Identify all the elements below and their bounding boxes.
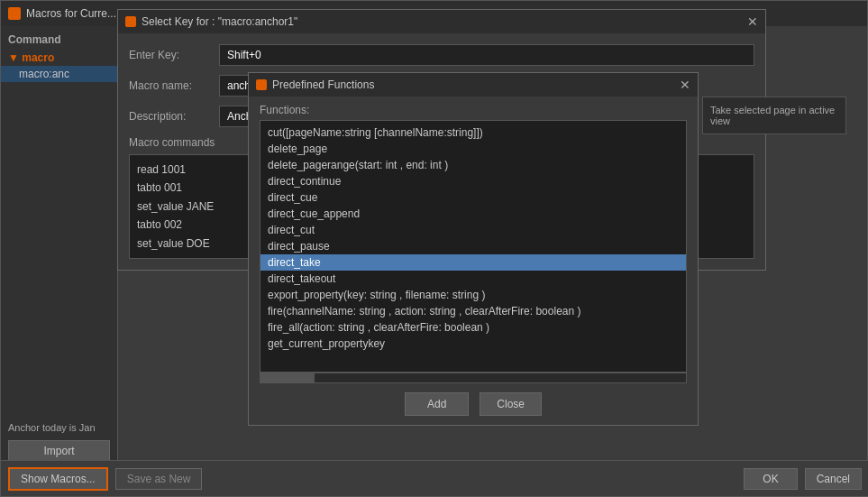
scrollbar-h-thumb xyxy=(260,373,315,382)
enter-key-label: Enter Key: xyxy=(129,49,219,61)
description-text: Take selected page in active view xyxy=(710,105,835,126)
functions-label: Functions: xyxy=(249,97,698,120)
function-item-13[interactable]: get_current_propertykey xyxy=(260,336,686,352)
sidebar-item-macro-anc[interactable]: macro:anc xyxy=(1,66,117,82)
sidebar-group-macro[interactable]: ▼ macro xyxy=(1,50,117,66)
function-item-2[interactable]: delete_pagerange(start: int , end: int ) xyxy=(260,157,686,173)
function-item-4[interactable]: direct_cue xyxy=(260,189,686,206)
sidebar-label: Command xyxy=(1,30,117,50)
macro-name-label: Macro name: xyxy=(129,79,219,92)
select-key-title: Select Key for : "macro:anchor1" xyxy=(142,15,297,28)
predefined-title: Predefined Functions xyxy=(272,78,374,91)
select-key-titlebar: Select Key for : "macro:anchor1" ✕ xyxy=(118,10,765,33)
functions-list-container: cut([pageName:string [channelName:string… xyxy=(260,120,687,373)
function-item-0[interactable]: cut([pageName:string [channelName:string… xyxy=(260,124,686,141)
save-new-button[interactable]: Save as New xyxy=(115,468,203,490)
main-title: Macros for Curre... xyxy=(26,7,116,20)
predefined-close-button[interactable]: ✕ xyxy=(680,78,690,91)
function-item-8[interactable]: direct_take xyxy=(260,254,686,271)
select-key-close-button[interactable]: ✕ xyxy=(747,15,758,28)
enter-key-row: Enter Key: xyxy=(129,44,754,66)
function-item-1[interactable]: delete_page xyxy=(260,141,686,157)
sidebar: Command ▼ macro macro:anc Anchor today i… xyxy=(1,26,118,496)
ok-button[interactable]: OK xyxy=(744,468,797,490)
function-item-5[interactable]: direct_cue_append xyxy=(260,206,686,222)
add-button[interactable]: Add xyxy=(405,392,469,416)
function-item-9[interactable]: direct_takeout xyxy=(260,271,686,287)
import-button[interactable]: Import xyxy=(8,440,110,462)
functions-list: cut([pageName:string [channelName:string… xyxy=(260,121,686,372)
predefined-title-icon xyxy=(256,79,267,90)
main-title-icon xyxy=(8,7,21,20)
enter-key-input[interactable] xyxy=(219,44,754,66)
select-key-title-icon xyxy=(125,16,136,27)
function-item-6[interactable]: direct_cut xyxy=(260,222,686,238)
function-item-12[interactable]: fire_all(action: string , clearAfterFire… xyxy=(260,319,686,336)
description-panel: Take selected page in active view xyxy=(702,97,846,134)
predefined-buttons: Add Close xyxy=(249,383,698,425)
predefined-functions-dialog: Predefined Functions ✕ Take selected pag… xyxy=(248,72,699,426)
anchor-status: Anchor today is Jan xyxy=(8,422,110,433)
description-label: Description: xyxy=(129,110,219,123)
function-item-3[interactable]: direct_continue xyxy=(260,173,686,189)
expand-arrow: ▼ xyxy=(8,51,19,64)
show-macros-button[interactable]: Show Macros... xyxy=(8,467,108,491)
functions-horizontal-scrollbar[interactable] xyxy=(260,373,687,383)
bottom-toolbar: Show Macros... Save as New OK Cancel xyxy=(1,460,868,496)
function-item-11[interactable]: fire(channelName: string , action: strin… xyxy=(260,303,686,319)
function-item-10[interactable]: export_property(key: string , filename: … xyxy=(260,287,686,303)
close-dialog-button[interactable]: Close xyxy=(480,392,542,416)
function-item-7[interactable]: direct_pause xyxy=(260,238,686,254)
cancel-button[interactable]: Cancel xyxy=(805,468,862,490)
predefined-titlebar: Predefined Functions ✕ xyxy=(249,73,698,97)
